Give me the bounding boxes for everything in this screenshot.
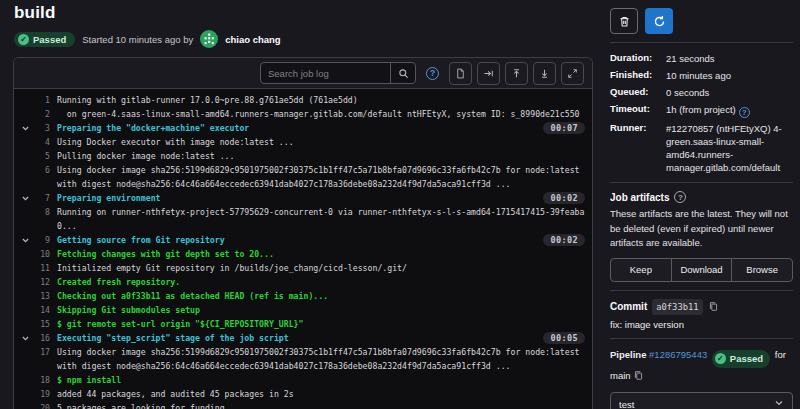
document-icon (455, 68, 466, 79)
log-text: on green-4.saas-linux-small-amd64.runner… (57, 107, 587, 121)
line-number[interactable]: 9 (32, 233, 50, 247)
line-number[interactable]: 17 (32, 345, 50, 359)
copy-icon (633, 370, 644, 381)
download-button[interactable]: Download (671, 258, 733, 282)
chevron-spacer (18, 345, 32, 348)
commit-sha[interactable]: a0f33b11 (652, 299, 702, 315)
arrow-up-icon (511, 68, 522, 79)
line-number[interactable]: 6 (32, 163, 50, 177)
job-status-badge[interactable]: ✓ Passed (14, 32, 75, 47)
chevron-spacer (18, 373, 32, 376)
log-line: 11Initialized empty Git repository in /b… (14, 261, 592, 275)
line-number[interactable]: 14 (32, 303, 50, 317)
line-number[interactable]: 1 (32, 93, 50, 107)
follow-log-button[interactable] (477, 62, 500, 85)
log-text: Running on runner-nthfetyx-project-57795… (57, 205, 587, 233)
author-name[interactable]: chiao chang (225, 34, 280, 45)
question-icon[interactable]: ? (739, 107, 750, 118)
chevron-down-icon[interactable] (18, 121, 32, 133)
log-text: Executing "step_script" stage of the job… (57, 331, 587, 345)
log-lines: 1Running with gitlab-runner 17.0.0~pre.8… (14, 89, 592, 409)
line-number[interactable]: 2 (32, 107, 50, 121)
divider (610, 42, 793, 43)
copy-commit-button[interactable] (708, 301, 719, 312)
log-text: Preparing environment (57, 191, 587, 205)
detail-value: 21 seconds (666, 51, 793, 65)
pipeline-branch[interactable]: main (610, 370, 631, 381)
log-line: 13Checking out a0f33b11 as detached HEAD… (14, 289, 592, 303)
log-text: 5 packages are looking for funding (57, 401, 587, 409)
line-number[interactable]: 12 (32, 275, 50, 289)
avatar[interactable] (200, 30, 218, 48)
line-number[interactable]: 3 (32, 121, 50, 135)
check-circle-icon: ✓ (715, 353, 726, 364)
line-number[interactable]: 8 (32, 205, 50, 219)
expand-icon (567, 68, 578, 79)
question-icon[interactable]: ? (674, 191, 686, 203)
divider (610, 338, 793, 339)
chevron-spacer (18, 247, 32, 250)
question-icon: ? (426, 67, 439, 80)
log-line: 19added 44 packages, and audited 45 pack… (14, 387, 592, 401)
chevron-spacer (18, 135, 32, 138)
line-number[interactable]: 7 (32, 191, 50, 205)
retry-icon (653, 15, 666, 28)
chevron-down-icon[interactable] (18, 233, 32, 245)
detail-row: Duration:21 seconds (610, 51, 793, 65)
line-number[interactable]: 10 (32, 247, 50, 261)
log-line: 1Running with gitlab-runner 17.0.0~pre.8… (14, 93, 592, 107)
chevron-down-icon[interactable] (18, 331, 32, 343)
log-text: Pulling docker image node:latest ... (57, 149, 587, 163)
browse-button[interactable]: Browse (731, 258, 793, 282)
detail-label: Queued: (610, 85, 666, 99)
log-line: 205 packages are looking for funding (14, 401, 592, 409)
pipeline-link[interactable]: #1286795443 (649, 349, 707, 360)
retry-job-button[interactable] (645, 8, 673, 34)
stage-select[interactable]: test (610, 392, 793, 409)
chevron-spacer (18, 401, 32, 404)
detail-label: Timeout: (610, 102, 666, 118)
log-line: 2 on green-4.saas-linux-small-amd64.runn… (14, 107, 592, 121)
erase-job-button[interactable] (610, 8, 638, 34)
log-line: 17Using docker image sha256:5199d6829c95… (14, 345, 592, 373)
job-sidebar: Duration:21 secondsFinished:10 minutes a… (610, 0, 793, 409)
log-line: 5Pulling docker image node:latest ... (14, 149, 592, 163)
line-number[interactable]: 4 (32, 135, 50, 149)
chevron-spacer (18, 93, 32, 96)
log-text: Running with gitlab-runner 17.0.0~pre.88… (57, 93, 587, 107)
scroll-to-bottom-button[interactable] (533, 62, 556, 85)
artifact-buttons: KeepDownloadBrowse (610, 258, 793, 282)
scroll-to-top-button[interactable] (505, 62, 528, 85)
line-number[interactable]: 5 (32, 149, 50, 163)
chevron-down-icon[interactable] (18, 191, 32, 203)
log-line: 16Executing "step_script" stage of the j… (14, 331, 592, 345)
line-number[interactable]: 16 (32, 331, 50, 345)
copy-branch-button[interactable] (633, 370, 644, 381)
log-text: Created fresh repository. (57, 275, 587, 289)
line-number[interactable]: 11 (32, 261, 50, 275)
raw-log-button[interactable] (449, 62, 472, 85)
log-line: 12Created fresh repository. (14, 275, 592, 289)
search-icon[interactable] (390, 63, 415, 83)
line-number[interactable]: 18 (32, 373, 50, 387)
detail-label: Finished: (610, 68, 666, 82)
pipeline-status-badge[interactable]: ✓Passed (712, 350, 770, 368)
line-number[interactable]: 13 (32, 289, 50, 303)
detail-value: #12270857 (ntHFEtyXQ) 4-green.saas-linux… (666, 121, 793, 174)
help-button[interactable]: ? (421, 62, 444, 85)
line-number[interactable]: 19 (32, 387, 50, 401)
detail-label: Runner: (610, 121, 666, 174)
arrow-down-icon (539, 68, 550, 79)
line-number[interactable]: 15 (32, 317, 50, 331)
chevron-spacer (18, 275, 32, 278)
detail-row: Queued:0 seconds (610, 85, 793, 99)
log-text: Fetching changes with git depth set to 2… (57, 247, 587, 261)
search-input[interactable] (261, 63, 390, 83)
chevron-spacer (18, 303, 32, 306)
keep-button[interactable]: Keep (610, 258, 672, 282)
artifacts-title: Job artifacts (610, 192, 669, 203)
line-number[interactable]: 20 (32, 401, 50, 409)
started-text: Started 10 minutes ago by (82, 34, 193, 45)
fullscreen-button[interactable] (561, 62, 584, 85)
chevron-spacer (18, 387, 32, 390)
